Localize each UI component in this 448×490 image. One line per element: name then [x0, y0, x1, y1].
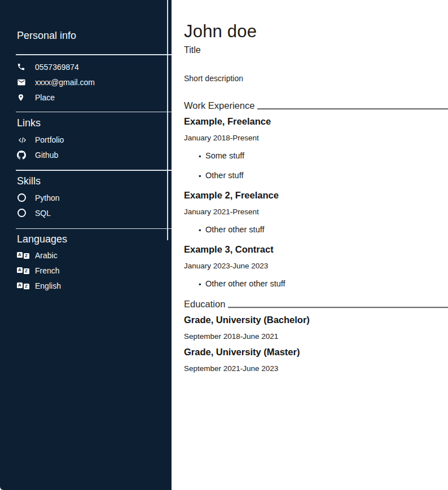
heading-rule	[228, 307, 448, 308]
contacts-section: 0557369874 xxxx@gmail.com Place	[0, 55, 172, 112]
short-description: Short description	[184, 74, 448, 83]
job-bullet: Other other stuff	[199, 225, 448, 235]
candidate-name: John doe	[184, 21, 448, 42]
personal-info-heading: Personal info	[17, 30, 172, 41]
education-title: Grade, University (Bachelor)	[184, 315, 448, 325]
envelope-icon	[17, 78, 28, 87]
personal-info-section: Personal info	[0, 0, 172, 41]
skill-item: Python	[17, 193, 172, 202]
phone-value: 0557369874	[35, 63, 79, 72]
link-portfolio-label: Portfolio	[35, 135, 64, 144]
job-bullet: Some stuff	[199, 151, 448, 161]
skills-heading: Skills	[17, 175, 172, 187]
phone-icon	[17, 63, 28, 71]
code-icon	[17, 136, 28, 144]
job-bullet: Other stuff	[199, 171, 448, 180]
language-label: French	[35, 266, 60, 275]
skills-section: Skills Python SQL	[0, 171, 172, 228]
job-title: Example, Freelance	[184, 116, 448, 127]
language-az-icon: AZ	[17, 267, 28, 274]
job-bullet-list: Some stuff Other stuff	[184, 151, 448, 180]
language-item: AZ Arabic	[17, 251, 172, 260]
education-title: Grade, University (Master)	[184, 347, 448, 357]
language-az-icon: AZ	[17, 252, 28, 259]
language-item: AZ French	[17, 266, 172, 275]
skill-label: Python	[35, 193, 60, 202]
resume-page: Personal info 0557369874 xxxx@gmail.com	[0, 0, 448, 490]
email-value: xxxx@gmail.com	[35, 78, 95, 87]
education-heading: Education	[184, 299, 448, 310]
job-period: January 2018-Present	[184, 134, 448, 142]
job-period: January 2023-June 2023	[184, 262, 448, 270]
links-heading: Links	[17, 117, 172, 129]
phone-row: 0557369874	[17, 63, 172, 72]
work-experience-heading: Work Experience	[184, 100, 448, 111]
circle-icon	[17, 193, 28, 202]
job-title: Example 3, Contract	[184, 244, 448, 255]
job-bullet-list: Other other other stuff	[184, 279, 448, 289]
skill-item: SQL	[17, 209, 172, 218]
job-bullet-list: Other other stuff	[184, 225, 448, 235]
language-label: Arabic	[35, 251, 58, 260]
education-period: September 2021-June 2023	[184, 364, 448, 373]
languages-section: Languages AZ Arabic AZ French AZ English	[0, 229, 172, 290]
job-title: Example 2, Freelance	[184, 190, 448, 201]
sidebar: Personal info 0557369874 xxxx@gmail.com	[0, 0, 172, 490]
sidebar-vertical-rule	[167, 0, 168, 240]
link-portfolio[interactable]: Portfolio	[17, 135, 172, 144]
links-section: Links Portfolio Github	[0, 112, 172, 170]
heading-rule	[257, 108, 448, 109]
languages-heading: Languages	[17, 233, 172, 245]
location-pin-icon	[17, 93, 28, 102]
resume-body: John doe Title Short description Work Ex…	[172, 0, 448, 490]
link-github[interactable]: Github	[17, 151, 172, 160]
link-github-label: Github	[35, 151, 58, 160]
job-period: January 2021-Present	[184, 208, 448, 216]
circle-icon	[17, 209, 28, 217]
location-value: Place	[35, 93, 55, 102]
email-row[interactable]: xxxx@gmail.com	[17, 78, 172, 87]
education-period: September 2018-June 2021	[184, 332, 448, 341]
job-bullet: Other other other stuff	[199, 279, 448, 289]
location-row: Place	[17, 93, 172, 102]
language-label: English	[35, 281, 61, 290]
github-icon	[17, 151, 28, 160]
language-item: AZ English	[17, 281, 172, 290]
candidate-title: Title	[184, 45, 448, 55]
skill-label: SQL	[35, 209, 51, 218]
language-az-icon: AZ	[17, 282, 28, 289]
